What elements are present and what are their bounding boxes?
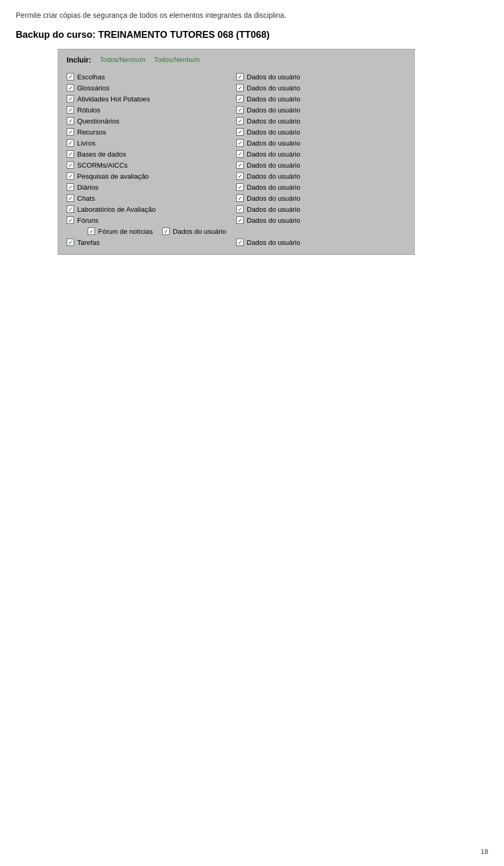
user-data-label: Dados do usuário xyxy=(247,117,300,125)
user-data-label: Dados do usuário xyxy=(247,205,300,213)
list-item: Dados do usuário xyxy=(236,182,406,193)
include-row: Incluir: Todos/Nenhum Todos/Nenhum xyxy=(67,56,406,64)
checkbox-icon[interactable] xyxy=(236,161,244,169)
page-title: Backup do curso: TREINAMENTO TUTORES 068… xyxy=(16,29,488,40)
item-label: SCORMs/AICCs xyxy=(77,161,128,169)
checkbox-icon[interactable] xyxy=(236,239,244,246)
user-data-label: Dados do usuário xyxy=(247,183,300,191)
list-item: Dados do usuário xyxy=(236,215,406,226)
checkbox-icon[interactable] xyxy=(67,183,74,191)
item-label: Recursos xyxy=(77,128,106,136)
checkbox-icon[interactable] xyxy=(236,117,244,125)
checkbox-icon[interactable] xyxy=(67,239,74,246)
item-label: Questionários xyxy=(77,117,119,125)
list-item: Laboratórios de Avaliação xyxy=(67,204,236,215)
list-item: Questionários xyxy=(67,116,236,127)
list-item: Dados do usuário xyxy=(236,160,406,171)
user-data-label: Dados do usuário xyxy=(247,150,300,158)
checkbox-icon[interactable] xyxy=(67,172,74,180)
forum-noticias-checkbox[interactable] xyxy=(88,228,95,235)
item-label: Escolhas xyxy=(77,73,105,81)
checkbox-icon[interactable] xyxy=(67,150,74,158)
checkbox-icon[interactable] xyxy=(67,161,74,169)
forum-noticias-userdata-checkbox[interactable] xyxy=(162,228,170,235)
list-item: Dados do usuário xyxy=(236,127,406,138)
checkbox-icon[interactable] xyxy=(236,172,244,180)
item-label: Livros xyxy=(77,139,96,147)
list-item: Bases de dados xyxy=(67,149,236,160)
item-label: Rótulos xyxy=(77,106,100,114)
list-item: Diários xyxy=(67,182,236,193)
list-item: Dados do usuário xyxy=(236,237,406,248)
forum-noticias-row: Fórum de notíciasDados do usuário xyxy=(67,226,406,237)
intro-text: Permite criar cópias de segurança de tod… xyxy=(16,11,488,21)
list-item: Atividades Hot Potatoes xyxy=(67,94,236,105)
item-label: Laboratórios de Avaliação xyxy=(77,205,155,213)
checkbox-icon[interactable] xyxy=(67,205,74,213)
list-item: SCORMs/AICCs xyxy=(67,160,236,171)
user-data-label: Dados do usuário xyxy=(247,172,300,180)
checkbox-icon[interactable] xyxy=(236,128,244,136)
page-number: 18 xyxy=(481,848,488,855)
list-item: Livros xyxy=(67,138,236,149)
user-data-label: Dados do usuário xyxy=(247,73,300,81)
user-data-label: Dados do usuário xyxy=(247,139,300,147)
list-item: Dados do usuário xyxy=(236,204,406,215)
checkbox-icon[interactable] xyxy=(236,95,244,102)
list-item: Glossários xyxy=(67,83,236,94)
checkbox-icon[interactable] xyxy=(236,106,244,114)
list-item: Dados do usuário xyxy=(236,138,406,149)
item-label: Glossários xyxy=(77,84,109,92)
list-item: Dados do usuário xyxy=(236,71,406,83)
item-label: Bases de dados xyxy=(77,150,126,158)
user-data-label: Dados do usuário xyxy=(247,194,300,202)
checkbox-icon[interactable] xyxy=(67,95,74,102)
user-data-label: Dados do usuário xyxy=(247,239,300,246)
checkbox-icon[interactable] xyxy=(67,84,74,91)
checkbox-icon[interactable] xyxy=(67,73,74,80)
list-item: Fóruns xyxy=(67,215,236,226)
include-label: Incluir: xyxy=(67,56,91,64)
forum-noticias-label: Fórum de notícias xyxy=(98,228,153,235)
item-label: Pesquisas de avaliação xyxy=(77,172,149,180)
list-item: Dados do usuário xyxy=(236,83,406,94)
checkbox-icon[interactable] xyxy=(236,205,244,213)
backup-table: Incluir: Todos/Nenhum Todos/Nenhum Escol… xyxy=(58,49,415,255)
checkbox-icon[interactable] xyxy=(67,194,74,202)
user-data-label: Dados do usuário xyxy=(247,161,300,169)
item-label: Atividades Hot Potatoes xyxy=(77,95,150,103)
todos-nenhum-link-1[interactable]: Todos/Nenhum xyxy=(100,56,145,64)
checkbox-icon[interactable] xyxy=(236,194,244,202)
item-label: Fóruns xyxy=(77,217,98,224)
list-item: Recursos xyxy=(67,127,236,138)
checkbox-icon[interactable] xyxy=(236,139,244,147)
list-item: Rótulos xyxy=(67,105,236,116)
checkbox-icon[interactable] xyxy=(236,183,244,191)
list-item: Tarefas xyxy=(67,237,236,248)
forum-noticias-userdata-label: Dados do usuário xyxy=(173,228,226,235)
item-label: Diários xyxy=(77,183,98,191)
user-data-label: Dados do usuário xyxy=(247,217,300,224)
list-item: Dados do usuário xyxy=(236,193,406,204)
checkbox-icon[interactable] xyxy=(236,150,244,158)
checkbox-icon[interactable] xyxy=(236,217,244,224)
checkbox-icon[interactable] xyxy=(67,117,74,125)
item-label: Chats xyxy=(77,194,95,202)
user-data-label: Dados do usuário xyxy=(247,84,300,92)
list-item: Dados do usuário xyxy=(236,149,406,160)
list-item: Escolhas xyxy=(67,71,236,83)
list-item: Chats xyxy=(67,193,236,204)
items-grid: EscolhasDados do usuárioGlossáriosDados … xyxy=(67,71,406,248)
user-data-label: Dados do usuário xyxy=(247,128,300,136)
todos-nenhum-link-2[interactable]: Todos/Nenhum xyxy=(154,56,200,64)
checkbox-icon[interactable] xyxy=(67,139,74,147)
user-data-label: Dados do usuário xyxy=(247,95,300,103)
list-item: Pesquisas de avaliação xyxy=(67,171,236,182)
item-label: Tarefas xyxy=(77,239,100,246)
checkbox-icon[interactable] xyxy=(236,73,244,80)
checkbox-icon[interactable] xyxy=(67,217,74,224)
checkbox-icon[interactable] xyxy=(67,106,74,114)
list-item: Dados do usuário xyxy=(236,94,406,105)
checkbox-icon[interactable] xyxy=(236,84,244,91)
checkbox-icon[interactable] xyxy=(67,128,74,136)
